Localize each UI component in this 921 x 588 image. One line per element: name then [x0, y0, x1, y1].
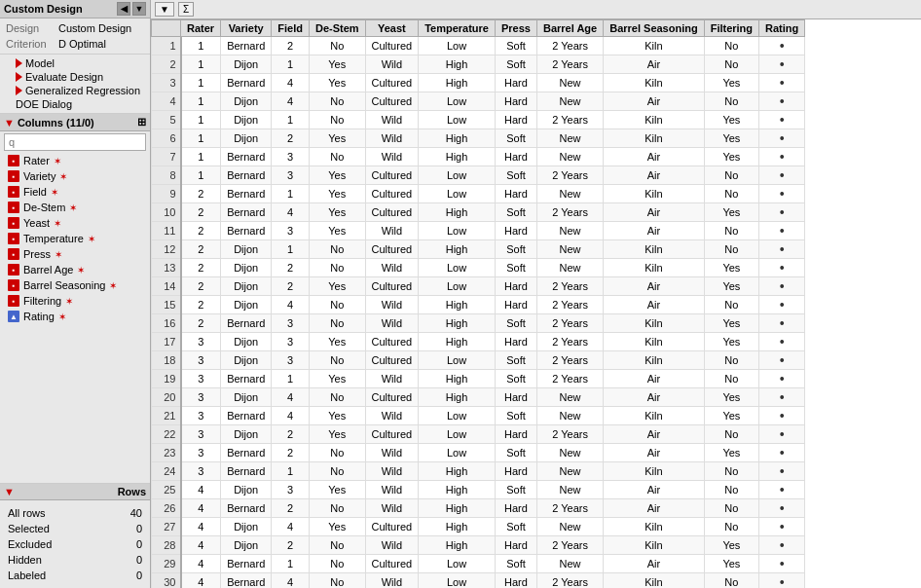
table-row[interactable]: 81Bernard3YesCulturedLowSoft2 YearsAirNo… — [152, 166, 805, 185]
table-row[interactable]: 284Dijon2NoWildHighHard2 YearsKilnYes• — [152, 536, 805, 555]
col-item-yeast[interactable]: ▪ Yeast ✶ — [0, 215, 150, 231]
col-header-press[interactable]: Press — [495, 20, 536, 37]
table-row[interactable]: 223Dijon2YesCulturedLowHard2 YearsAirNo• — [152, 425, 805, 444]
table-row[interactable]: 193Bernard1YesWildHighSoft2 YearsAirNo• — [152, 370, 805, 388]
col-header-destem[interactable]: De-Stem — [309, 20, 365, 37]
table-row[interactable]: 233Bernard2NoWildLowSoftNewAirYes• — [152, 444, 805, 462]
panel-menu-icon[interactable]: ▼ — [132, 2, 146, 16]
cell-variety: Dijon — [221, 351, 272, 370]
cell-temperature: High — [419, 148, 496, 166]
col-label-variety: Variety — [23, 170, 55, 182]
cell-variety: Dijon — [221, 333, 272, 351]
cell-barrel-seasoning: Air — [604, 92, 704, 111]
table-row[interactable]: 122Dijon1NoCulturedHighSoftNewKilnNo• — [152, 240, 805, 259]
col-item-press[interactable]: ▪ Press ✶ — [0, 246, 150, 262]
col-item-field[interactable]: ▪ Field ✶ — [0, 184, 150, 200]
table-row[interactable]: 304Bernard4NoWildLowHard2 YearsKilnNo• — [152, 573, 805, 589]
table-row[interactable]: 21Dijon1YesWildHighSoft2 YearsAirNo• — [152, 55, 805, 74]
cell-press: Soft — [495, 240, 536, 259]
table-row[interactable]: 152Dijon4NoWildHighHard2 YearsAirNo• — [152, 296, 805, 314]
rows-header-label: Rows — [118, 486, 146, 497]
col-item-barrel-seasoning[interactable]: ▪ Barrel Seasoning ✶ — [0, 277, 150, 293]
cell-destem: Yes — [309, 407, 365, 425]
cell-field: 3 — [272, 481, 310, 499]
col-item-filtering[interactable]: ▪ Filtering ✶ — [0, 293, 150, 309]
table-row[interactable]: 31Bernard4YesCulturedHighHardNewKilnYes• — [152, 74, 805, 92]
cell-variety: Bernard — [221, 74, 272, 92]
nav-item-doe[interactable]: DOE Dialog — [0, 97, 150, 111]
col-header-variety[interactable]: Variety — [221, 20, 272, 37]
table-row[interactable]: 61Dijon2YesWildHighSoftNewKilnYes• — [152, 129, 805, 148]
cell-barrel-seasoning: Air — [604, 166, 704, 185]
data-table-wrapper[interactable]: Rater Variety Field De-Stem Yeast Temper… — [151, 19, 921, 588]
cell-destem: No — [309, 296, 365, 314]
cell-yeast: Wild — [365, 407, 419, 425]
cell-press: Soft — [495, 203, 536, 222]
col-header-barrel-seasoning[interactable]: Barrel Seasoning — [604, 20, 704, 37]
cell-barrel-seasoning: Kiln — [604, 74, 704, 92]
col-header-field[interactable]: Field — [272, 20, 310, 37]
cell-filtering: Yes — [704, 314, 758, 333]
nav-item-generalized[interactable]: Generalized Regression — [0, 84, 150, 97]
col-item-variety[interactable]: ▪ Variety ✶ — [0, 168, 150, 184]
panel-collapse-icon[interactable]: ◀ — [117, 2, 130, 16]
table-row[interactable]: 132Dijon2NoWildLowSoftNewKilnYes• — [152, 259, 805, 277]
rows-section: ▼ Rows All rows 40 Selected 0 Excluded 0… — [0, 484, 150, 588]
table-row[interactable]: 71Bernard3NoWildHighHardNewAirYes• — [152, 148, 805, 166]
table-row[interactable]: 183Dijon3NoCulturedLowSoft2 YearsKilnNo• — [152, 351, 805, 370]
col-header-filtering[interactable]: Filtering — [704, 20, 758, 37]
col-header-yeast[interactable]: Yeast — [365, 20, 419, 37]
sigma-button[interactable]: Σ — [178, 2, 194, 17]
table-row[interactable]: 203Dijon4NoCulturedHighHardNewAirYes• — [152, 388, 805, 407]
table-row[interactable]: 264Bernard2NoWildHighHard2 YearsAirNo• — [152, 499, 805, 518]
col-item-temperature[interactable]: ▪ Temperature ✶ — [0, 231, 150, 246]
nav-item-evaluate[interactable]: Evaluate Design — [0, 70, 150, 84]
table-row[interactable]: 213Bernard4YesWildLowSoftNewKilnYes• — [152, 407, 805, 425]
table-row[interactable]: 112Bernard3YesWildLowHardNewAirNo• — [152, 222, 805, 240]
table-row[interactable]: 294Bernard1NoCulturedLowSoftNewAirYes• — [152, 555, 805, 573]
triangle-icon — [16, 72, 22, 82]
col-header-barrel-age[interactable]: Barrel Age — [536, 20, 603, 37]
table-row[interactable]: 92Bernard1YesCulturedLowHardNewKilnNo• — [152, 185, 805, 203]
nav-item-model[interactable]: Model — [0, 56, 150, 70]
col-item-barrel-age[interactable]: ▪ Barrel Age ✶ — [0, 262, 150, 277]
col-label-barrel-age: Barrel Age — [23, 264, 73, 276]
cell-press: Soft — [495, 55, 536, 74]
panel-title-bar: Custom Design ◀ ▼ — [0, 0, 150, 18]
cell-press: Hard — [495, 185, 536, 203]
table-row[interactable]: 142Dijon2YesCulturedLowHard2 YearsAirYes… — [152, 277, 805, 296]
columns-settings-icon[interactable]: ⊞ — [137, 116, 146, 129]
cell-filtering: No — [704, 92, 758, 111]
triangle-icon — [16, 58, 22, 68]
table-row[interactable]: 254Dijon3YesWildHighSoftNewAirNo• — [152, 481, 805, 499]
col-header-rating[interactable]: Rating — [759, 20, 805, 37]
cell-field: 1 — [272, 185, 310, 203]
cell-rating: • — [759, 129, 805, 148]
table-row[interactable]: 173Dijon3YesCulturedHighHard2 YearsKilnY… — [152, 333, 805, 351]
table-row[interactable]: 274Dijon4YesCulturedHighSoftNewKilnNo• — [152, 518, 805, 536]
cell-barrel-seasoning: Kiln — [604, 462, 704, 481]
col-header-temperature[interactable]: Temperature — [419, 20, 496, 37]
col-item-rating[interactable]: ▲ Rating ✶ — [0, 309, 150, 324]
criterion-row: Criterion D Optimal — [0, 36, 150, 52]
cell-temperature: Low — [419, 425, 496, 444]
col-item-destem[interactable]: ▪ De-Stem ✶ — [0, 200, 150, 215]
table-row[interactable]: 51Dijon1NoWildLowHard2 YearsKilnYes• — [152, 111, 805, 129]
cell-temperature: Low — [419, 555, 496, 573]
table-row[interactable]: 243Bernard1NoWildHighHardNewKilnNo• — [152, 462, 805, 481]
table-row[interactable]: 41Dijon4NoCulturedLowHardNewAirNo• — [152, 92, 805, 111]
columns-search-input[interactable] — [4, 133, 146, 151]
cell-field: 2 — [272, 425, 310, 444]
cell-yeast: Cultured — [365, 185, 419, 203]
cell-variety: Bernard — [221, 148, 272, 166]
col-header-rownum[interactable] — [152, 20, 181, 37]
col-header-rater[interactable]: Rater — [181, 20, 221, 37]
table-row[interactable]: 11Bernard2NoCulturedLowSoft2 YearsKilnNo… — [152, 37, 805, 55]
table-row[interactable]: 102Bernard4YesCulturedHighSoft2 YearsAir… — [152, 203, 805, 222]
table-row[interactable]: 162Bernard3NoWildHighSoft2 YearsKilnYes• — [152, 314, 805, 333]
sort-asc-button[interactable]: ▼ — [155, 2, 174, 17]
panel-title: Custom Design — [4, 3, 83, 15]
col-item-rater[interactable]: ▪ Rater ✶ — [0, 153, 150, 168]
cell-destem: No — [309, 148, 365, 166]
col-label-filtering: Filtering — [23, 295, 61, 307]
